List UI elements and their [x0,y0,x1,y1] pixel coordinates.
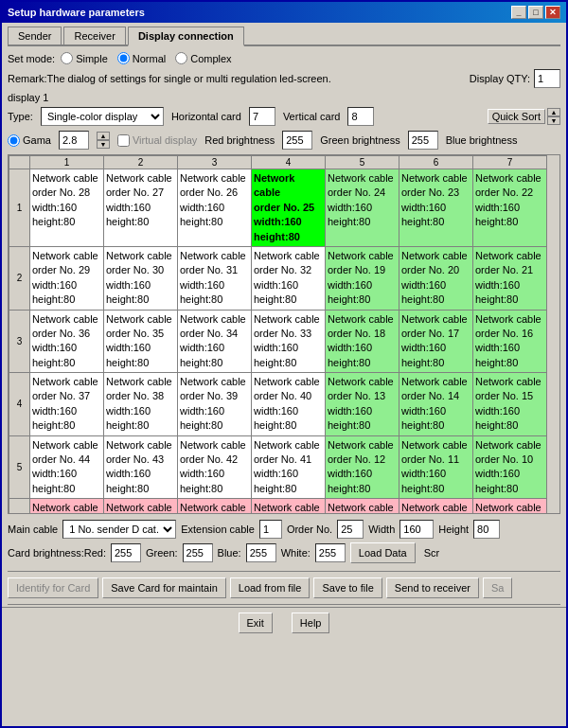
grid-cell[interactable]: Network cableorder No. 32width:160height… [252,246,326,310]
grid-cell[interactable]: Network cableorder No. 47width:160height… [178,499,252,514]
display-qty-label: Display QTY: [470,73,530,84]
save-card-button[interactable]: Save Card for maintain [102,577,226,598]
type-select[interactable]: Single-color display [41,107,164,126]
brightness-white-input[interactable] [315,543,346,562]
grid-cell[interactable]: Network cableorder No. 36width:160height… [30,310,104,373]
grid-cell[interactable]: Network cableorder No. 12width:160height… [326,435,399,499]
grid-cell[interactable]: Network cableorder No. 31width:160height… [178,246,252,310]
grid-cell[interactable]: Network cableorder No. 27width:160height… [104,169,178,247]
sa-button[interactable]: Sa [483,577,512,598]
tab-display-connection[interactable]: Display connection [128,27,244,46]
brightness-red-input[interactable] [111,543,141,562]
extension-cable-label: Extension cable [181,524,255,535]
grid-cell[interactable]: Network cableorder No. 40width:160height… [252,373,326,436]
grid-cell[interactable]: Network cableorder No. 37width:160height… [30,373,104,436]
grid-cell[interactable]: Network cableorder No. 23width:160height… [399,169,473,247]
row-number: 4 [9,373,30,436]
quick-sort-button[interactable]: Quick Sort [488,109,545,124]
grid-cell[interactable]: Network cableorder No. 19width:160height… [326,246,399,310]
grid-cell[interactable]: Network cableorder No. 14width:160height… [399,373,473,436]
grid-cell[interactable]: Network cableorder No. 34width:160height… [178,310,252,373]
grid-cell[interactable]: Network cableorder No. 13width:160height… [326,373,399,436]
grid-cell[interactable]: Network cableorder No. 16width:160height… [473,310,547,373]
brightness-blue-input[interactable] [246,543,276,562]
grid-cell[interactable]: Network cableorder No. 20width:160height… [399,246,473,310]
grid-cell[interactable]: Network cableorder No. 43width:160height… [104,435,178,499]
grid-cell[interactable]: Network cableorder No. 17width:160height… [399,310,473,373]
minimize-button[interactable]: _ [511,6,526,19]
vertical-input[interactable] [347,107,374,126]
horizontal-input[interactable] [249,107,275,126]
main-window: Setup hardware parameters _ □ ✕ Sender R… [0,0,568,728]
grid-cell[interactable]: Network cableorder No. 9width:160height:… [473,499,547,514]
grid-cell[interactable]: Network cableorder No. 33width:160height… [252,310,326,373]
gama-label: Gama [23,134,51,146]
grid-cell[interactable]: Network cableorder No. 46width:160height… [104,499,178,514]
red-brightness-input[interactable] [282,131,312,150]
grid-cell[interactable]: Network cableorder No. 44width:160height… [30,435,104,499]
extension-cable-input[interactable] [259,520,282,539]
grid-cell[interactable]: Network cableorder No. 29width:160height… [30,246,104,310]
height-input[interactable] [473,520,500,539]
quick-sort-up[interactable]: ▲ [547,108,560,116]
grid-cell[interactable]: Network cableorder No. 25width:160height… [252,169,326,247]
grid-cell[interactable]: Network cableorder No. 8width:160height:… [399,499,473,514]
tab-bar: Sender Receiver Display connection [8,27,560,46]
load-data-button[interactable]: Load Data [350,542,416,563]
main-cable-select[interactable]: 1 No. sender D cat. [62,520,176,539]
footer: Exit Help [2,607,566,638]
exit-button[interactable]: Exit [239,613,273,633]
blue-brightness-label: Blue brightness [446,134,518,146]
grid-cell[interactable]: Network cableorder No. 35width:160height… [104,310,178,373]
send-to-receiver-button[interactable]: Send to receiver [386,577,479,598]
help-button[interactable]: Help [292,613,330,633]
grid-cell[interactable]: Network cableorder No. 24width:160height… [326,169,399,247]
grid-cell[interactable]: Network cableorder No. 15width:160height… [473,373,547,436]
grid-cell[interactable]: Network cableorder No. 45width:160height… [30,499,104,514]
order-no-input[interactable] [337,520,364,539]
save-to-file-button[interactable]: Save to file [313,577,382,598]
tab-sender[interactable]: Sender [8,27,62,44]
grid-cell[interactable]: Network cableorder No. 26width:160height… [178,169,252,247]
gama-radio[interactable]: Gama [8,134,51,147]
col-header-6: 6 [399,156,473,169]
maximize-button[interactable]: □ [528,6,543,19]
brightness-green-input[interactable] [183,543,213,562]
grid-cell[interactable]: Network cableorder No. 10width:160height… [473,435,547,499]
gama-up[interactable]: ▲ [97,132,110,140]
gama-down[interactable]: ▼ [97,140,110,149]
grid-cell[interactable]: Network cableorder No. 38width:160height… [104,373,178,436]
grid-cell[interactable]: Network cableorder No. 7width:160height:… [326,499,399,514]
grid-cell[interactable]: Network cableorder No. 30width:160height… [104,246,178,310]
display-qty-input[interactable]: 1 [534,69,560,88]
grid-cell[interactable]: Network cableorder No. 11width:160height… [399,435,473,499]
grid-cell[interactable]: Network cableorder No. 41width:160height… [252,435,326,499]
close-button[interactable]: ✕ [545,6,560,19]
identify-card-button[interactable]: Identify for Card [8,577,98,598]
complex-radio[interactable]: Complex [175,52,231,64]
table-row: 1Network cableorder No. 28width:160heigh… [9,169,547,247]
grid-cell[interactable]: Network cableorder No. 21width:160height… [473,246,547,310]
gama-input[interactable] [59,131,89,150]
cable-grid-container: 1 2 3 4 5 6 7 1Network cableorder No. 28… [8,154,560,514]
title-bar: Setup hardware parameters _ □ ✕ [2,2,566,23]
grid-cell[interactable]: Network cableorder No. 28width:160height… [30,169,104,247]
simple-radio[interactable]: Simple [61,52,108,64]
row-number: 1 [9,169,30,247]
virtual-display-check[interactable]: Virtual display [117,134,197,147]
load-from-file-button[interactable]: Load from file [230,577,311,598]
green-brightness-input[interactable] [408,131,438,150]
grid-cell[interactable]: Network cableorder No. 48width:160height… [252,499,326,514]
grid-cell[interactable]: Network cableorder No. 22width:160height… [473,169,547,247]
height-label: Height [438,524,469,535]
normal-radio[interactable]: Normal [117,52,166,64]
row-number: 6 [9,499,30,514]
grid-cell[interactable]: Network cableorder No. 39width:160height… [178,373,252,436]
grid-cell[interactable]: Network cableorder No. 42width:160height… [178,435,252,499]
width-input[interactable] [399,520,434,539]
width-label: Width [368,524,395,535]
quick-sort-down[interactable]: ▼ [547,116,560,125]
tab-receiver[interactable]: Receiver [63,27,125,44]
grid-cell[interactable]: Network cableorder No. 18width:160height… [326,310,399,373]
row-number: 3 [9,310,30,373]
